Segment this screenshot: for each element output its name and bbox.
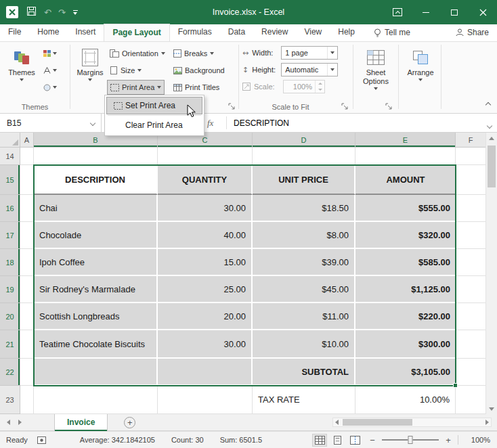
cell[interactable] — [456, 165, 485, 195]
zoom-level[interactable]: 100% — [463, 436, 490, 444]
cell-d23[interactable]: TAX RATE — [253, 386, 355, 414]
save-button[interactable] — [27, 7, 36, 18]
cell-b17[interactable]: Chocolade — [34, 222, 158, 249]
sheet-options-button[interactable]: Sheet Options — [357, 45, 395, 90]
spin-down-button[interactable] — [316, 87, 324, 93]
row-header-14[interactable]: 14 — [0, 148, 20, 165]
cell[interactable] — [158, 148, 253, 165]
row-header-15[interactable]: 15 — [0, 165, 20, 195]
ribbon-display-options-button[interactable] — [383, 0, 412, 24]
cell[interactable] — [456, 249, 485, 276]
cell-c16[interactable]: 30.00 — [158, 195, 253, 222]
row-header-23[interactable]: 23 — [0, 386, 20, 414]
page-break-preview-button[interactable] — [347, 434, 362, 447]
size-button[interactable]: Size — [107, 63, 144, 78]
select-all-button[interactable] — [0, 133, 20, 148]
formula-input[interactable]: DESCRIPTION — [234, 118, 289, 128]
redo-button[interactable]: ↷ — [58, 7, 66, 18]
cell-d17[interactable]: $8.00 — [253, 222, 355, 249]
theme-colors-button[interactable] — [42, 47, 58, 60]
maximize-button[interactable] — [440, 0, 469, 24]
cell-e22[interactable]: $3,105.00 — [355, 359, 456, 386]
scale-spinner[interactable]: 100% — [283, 80, 325, 93]
scale-to-fit-dialog-launcher[interactable] — [341, 102, 349, 111]
combo-dropdown-button[interactable] — [327, 47, 337, 59]
customize-quick-access-button[interactable] — [73, 10, 78, 15]
zoom-out-button[interactable]: − — [368, 435, 377, 445]
cell[interactable] — [456, 222, 485, 249]
themes-button[interactable]: Themes — [4, 45, 39, 81]
column-header-e[interactable]: E — [355, 133, 456, 148]
width-combo[interactable]: 1 page — [281, 46, 338, 60]
cell-b16[interactable]: Chai — [34, 195, 158, 222]
zoom-slider-thumb[interactable] — [408, 436, 413, 444]
cell[interactable] — [20, 330, 34, 359]
cell-c15[interactable]: QUANTITY — [158, 165, 253, 195]
theme-fonts-button[interactable] — [42, 64, 58, 76]
close-button[interactable] — [469, 0, 497, 24]
theme-effects-button[interactable] — [42, 81, 58, 93]
cell-d15[interactable]: UNIT PRICE — [253, 165, 355, 195]
cell[interactable] — [456, 330, 485, 359]
cell-e16[interactable]: $555.00 — [355, 195, 456, 222]
horizontal-scroll-thumb[interactable] — [343, 419, 412, 426]
row-header-22[interactable]: 22 — [0, 359, 20, 386]
background-button[interactable]: Background — [171, 63, 228, 78]
orientation-button[interactable]: Orientation — [107, 46, 168, 61]
cell[interactable] — [20, 386, 34, 414]
cell[interactable] — [456, 303, 485, 330]
undo-button[interactable]: ↶ — [44, 7, 51, 18]
column-header-a[interactable]: A — [20, 133, 34, 148]
row-header-20[interactable]: 20 — [0, 303, 20, 330]
cell-c18[interactable]: 15.00 — [158, 249, 253, 276]
macro-record-button[interactable] — [37, 436, 46, 444]
vertical-scrollbar[interactable] — [485, 133, 497, 414]
cell[interactable] — [456, 148, 485, 165]
share-button[interactable]: Share — [456, 24, 489, 41]
cell[interactable] — [355, 148, 456, 165]
cell[interactable] — [456, 195, 485, 222]
minimize-button[interactable] — [412, 0, 440, 24]
cell-b18[interactable]: Ipoh Coffee — [34, 249, 158, 276]
scroll-right-button[interactable] — [483, 418, 491, 427]
height-combo[interactable]: Automatic — [281, 63, 338, 76]
tab-formulas[interactable]: Formulas — [170, 24, 220, 41]
column-header-d[interactable]: D — [253, 133, 355, 148]
cell[interactable] — [456, 276, 485, 303]
breaks-button[interactable]: Breaks — [171, 46, 217, 61]
cell-b15[interactable]: DESCRIPTION — [34, 165, 158, 195]
cell-d21[interactable]: $10.00 — [253, 330, 355, 359]
tab-help[interactable]: Help — [330, 24, 363, 41]
cell[interactable] — [20, 165, 34, 195]
scroll-up-button[interactable] — [486, 133, 497, 143]
print-titles-button[interactable]: Print Titles — [171, 80, 222, 95]
page-layout-view-button[interactable] — [330, 434, 345, 447]
cell-e21[interactable]: $300.00 — [355, 330, 456, 359]
row-header-21[interactable]: 21 — [0, 330, 20, 359]
expand-formula-bar-button[interactable] — [488, 120, 492, 130]
cell[interactable] — [158, 386, 253, 414]
cell-e20[interactable]: $220.00 — [355, 303, 456, 330]
tab-view[interactable]: View — [296, 24, 330, 41]
cell[interactable] — [20, 222, 34, 249]
sheet-tab-invoice[interactable]: Invoice — [54, 414, 108, 431]
insert-function-button[interactable]: fx — [207, 118, 213, 129]
margins-button[interactable]: Margins — [74, 45, 106, 81]
add-sheet-button[interactable]: + — [124, 417, 135, 428]
horizontal-scrollbar[interactable] — [332, 418, 492, 427]
tab-review[interactable]: Review — [253, 24, 296, 41]
cell-d22[interactable]: SUBTOTAL — [253, 359, 355, 386]
spin-up-button[interactable] — [316, 81, 324, 87]
combo-dropdown-button[interactable] — [327, 64, 337, 76]
cell-c19[interactable]: 25.00 — [158, 276, 253, 303]
cell-d16[interactable]: $18.50 — [253, 195, 355, 222]
column-header-f[interactable]: F — [456, 133, 485, 148]
collapse-ribbon-button[interactable] — [486, 99, 490, 109]
cell[interactable] — [456, 386, 485, 414]
cell[interactable] — [253, 148, 355, 165]
row-header-19[interactable]: 19 — [0, 276, 20, 303]
cell[interactable] — [34, 148, 158, 165]
cell[interactable] — [20, 195, 34, 222]
cell[interactable] — [20, 249, 34, 276]
vertical-scroll-thumb[interactable] — [488, 145, 496, 187]
